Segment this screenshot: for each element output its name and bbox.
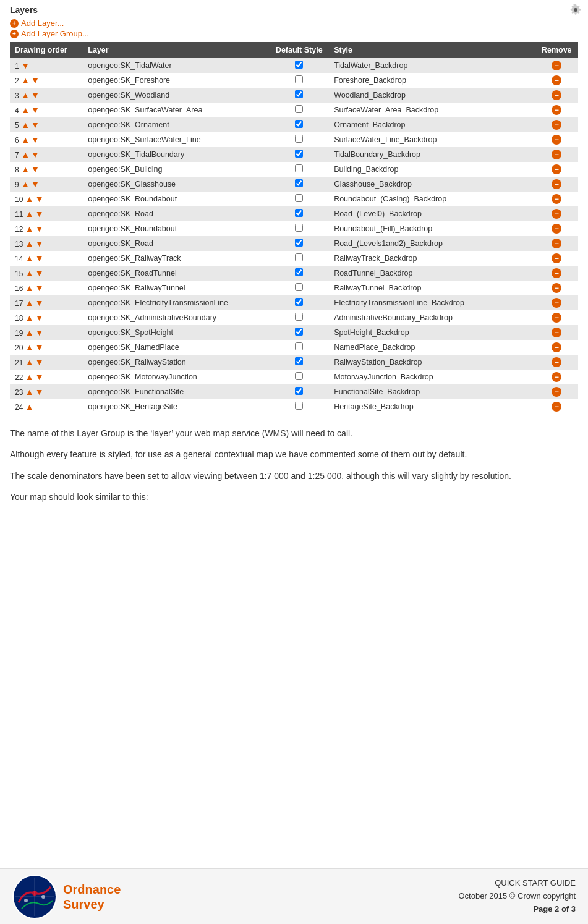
move-down-icon[interactable]: ▼ [35, 210, 44, 218]
move-up-icon[interactable]: ▲ [21, 165, 30, 174]
default-style-checkbox[interactable] [295, 150, 303, 158]
default-style-cell[interactable] [269, 295, 329, 310]
remove-button[interactable]: − [552, 209, 561, 219]
move-down-icon[interactable]: ▼ [35, 299, 44, 307]
move-up-icon[interactable]: ▲ [25, 284, 34, 292]
remove-button[interactable]: − [552, 61, 561, 70]
default-style-cell[interactable] [269, 399, 329, 414]
default-style-checkbox[interactable] [295, 224, 303, 232]
move-up-icon[interactable]: ▲ [25, 358, 34, 367]
remove-cell[interactable]: − [535, 295, 578, 310]
arrow-buttons[interactable]: ▲▼ [21, 135, 40, 144]
remove-cell[interactable]: − [535, 221, 578, 236]
default-style-checkbox[interactable] [295, 283, 303, 291]
default-style-cell[interactable] [269, 117, 329, 132]
arrow-buttons[interactable]: ▲▼ [25, 269, 44, 278]
move-up-icon[interactable]: ▲ [21, 150, 30, 159]
default-style-cell[interactable] [269, 355, 329, 370]
arrow-buttons[interactable]: ▲▼ [25, 239, 44, 248]
move-up-icon[interactable]: ▲ [25, 373, 34, 381]
default-style-checkbox[interactable] [295, 268, 303, 276]
remove-cell[interactable]: − [535, 399, 578, 414]
move-up-icon[interactable]: ▲ [21, 106, 30, 114]
remove-cell[interactable]: − [535, 58, 578, 73]
move-up-icon[interactable]: ▲ [25, 388, 34, 396]
default-style-cell[interactable] [269, 310, 329, 325]
default-style-cell[interactable] [269, 103, 329, 117]
remove-button[interactable]: − [552, 194, 561, 204]
move-up-icon[interactable]: ▲ [25, 224, 34, 233]
arrow-buttons[interactable]: ▲▼ [25, 254, 44, 263]
arrow-buttons[interactable]: ▲▼ [25, 388, 44, 396]
remove-button[interactable]: − [552, 135, 561, 145]
remove-button[interactable]: − [552, 342, 561, 352]
remove-button[interactable]: − [552, 268, 561, 278]
remove-cell[interactable]: − [535, 103, 578, 117]
remove-cell[interactable]: − [535, 281, 578, 295]
default-style-cell[interactable] [269, 88, 329, 103]
default-style-cell[interactable] [269, 251, 329, 266]
remove-button[interactable]: − [552, 372, 561, 382]
add-layer-link[interactable]: + Add Layer... [10, 19, 578, 28]
arrow-buttons[interactable]: ▲▼ [21, 91, 40, 100]
remove-cell[interactable]: − [535, 73, 578, 88]
remove-button[interactable]: − [552, 75, 561, 85]
arrow-buttons[interactable]: ▲▼ [21, 76, 40, 85]
remove-button[interactable]: − [552, 298, 561, 308]
remove-cell[interactable]: − [535, 117, 578, 132]
remove-button[interactable]: − [552, 387, 561, 397]
move-down-icon[interactable]: ▼ [35, 239, 44, 248]
move-down-icon[interactable]: ▼ [31, 135, 40, 144]
remove-cell[interactable]: − [535, 192, 578, 206]
arrow-buttons[interactable]: ▲▼ [25, 195, 44, 203]
move-up-icon[interactable]: ▲ [21, 76, 30, 85]
move-up-icon[interactable]: ▲ [25, 328, 34, 337]
arrow-buttons[interactable]: ▲ [25, 402, 34, 411]
move-down-icon[interactable]: ▼ [35, 388, 44, 396]
remove-button[interactable]: − [552, 179, 561, 189]
remove-button[interactable]: − [552, 357, 561, 367]
move-up-icon[interactable]: ▲ [25, 269, 34, 278]
remove-cell[interactable]: − [535, 88, 578, 103]
remove-cell[interactable]: − [535, 325, 578, 340]
default-style-checkbox[interactable] [295, 357, 303, 365]
default-style-cell[interactable] [269, 192, 329, 206]
move-down-icon[interactable]: ▼ [35, 328, 44, 337]
default-style-checkbox[interactable] [295, 298, 303, 306]
remove-button[interactable]: − [552, 253, 561, 263]
remove-cell[interactable]: − [535, 340, 578, 355]
default-style-checkbox[interactable] [295, 90, 303, 98]
default-style-checkbox[interactable] [295, 342, 303, 350]
remove-cell[interactable]: − [535, 132, 578, 147]
remove-cell[interactable]: − [535, 162, 578, 177]
default-style-checkbox[interactable] [295, 105, 303, 113]
move-up-icon[interactable]: ▲ [21, 91, 30, 100]
move-up-icon[interactable]: ▲ [25, 254, 34, 263]
move-down-icon[interactable]: ▼ [31, 165, 40, 174]
remove-cell[interactable]: − [535, 384, 578, 399]
default-style-checkbox[interactable] [295, 253, 303, 261]
remove-cell[interactable]: − [535, 266, 578, 281]
remove-cell[interactable]: − [535, 177, 578, 192]
move-up-icon[interactable]: ▲ [25, 299, 34, 307]
remove-cell[interactable]: − [535, 206, 578, 221]
move-down-icon[interactable]: ▼ [35, 195, 44, 203]
remove-cell[interactable]: − [535, 147, 578, 162]
move-down-icon[interactable]: ▼ [31, 150, 40, 159]
remove-button[interactable]: − [552, 328, 561, 337]
arrow-buttons[interactable]: ▲▼ [25, 343, 44, 352]
remove-button[interactable]: − [552, 283, 561, 293]
default-style-checkbox[interactable] [295, 179, 303, 187]
default-style-cell[interactable] [269, 73, 329, 88]
default-style-checkbox[interactable] [295, 61, 303, 69]
default-style-cell[interactable] [269, 384, 329, 399]
arrow-buttons[interactable]: ▲▼ [21, 150, 40, 159]
default-style-checkbox[interactable] [295, 372, 303, 380]
move-down-icon[interactable]: ▼ [35, 373, 44, 381]
default-style-checkbox[interactable] [295, 75, 303, 83]
arrow-buttons[interactable]: ▲▼ [21, 165, 40, 174]
move-down-icon[interactable]: ▼ [31, 106, 40, 114]
arrow-buttons[interactable]: ▲▼ [25, 299, 44, 307]
arrow-buttons[interactable]: ▲▼ [21, 121, 40, 129]
arrow-buttons[interactable]: ▲▼ [21, 106, 40, 114]
